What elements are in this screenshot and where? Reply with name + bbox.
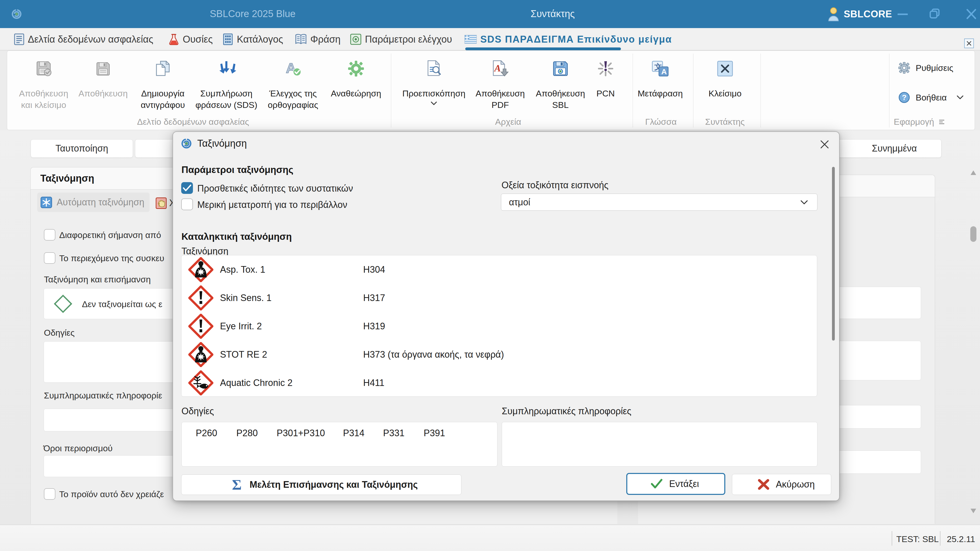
control-params-icon xyxy=(350,34,361,45)
user-avatar-icon xyxy=(828,7,839,21)
dialog-scrollbar-thumb[interactable] xyxy=(832,167,835,341)
final-heading: Καταληκτική ταξινόμηση xyxy=(181,231,292,242)
ribbon-button-save-pdf[interactable]: A Αποθήκευση PDF xyxy=(471,59,530,111)
hazard-row[interactable]: Eye Irrit. 2 H319 xyxy=(181,312,817,340)
checkmark-icon xyxy=(183,184,191,192)
minimize-button[interactable] xyxy=(897,8,908,21)
menu-item-sds[interactable]: Δελτία δεδομένων ασφαλείας xyxy=(14,32,153,47)
settings-gear-icon xyxy=(898,62,910,74)
auto-classify-button[interactable]: Αυτόματη ταξινόμηση xyxy=(37,192,150,212)
restriction-label: Όροι περιορισμού xyxy=(43,443,113,453)
save-pdf-icon: A xyxy=(491,59,509,77)
dialog-close-icon[interactable] xyxy=(820,140,829,149)
p-code[interactable]: P331 xyxy=(383,428,404,438)
close-editor-icon xyxy=(717,59,733,77)
hazard-row[interactable]: Aquatic Chronic 2 H411 xyxy=(181,368,817,397)
supplementary-box[interactable] xyxy=(502,422,818,467)
ribbon-button-close-editor[interactable]: Κλείσιμο xyxy=(696,59,754,99)
ghs-health-hazard-icon xyxy=(188,257,213,282)
p-code[interactable]: P301+P310 xyxy=(277,428,325,438)
not-classified-text: Δεν ταξινομείται ως ε xyxy=(82,299,162,309)
close-window-button[interactable] xyxy=(966,8,977,21)
help-icon: ? xyxy=(898,92,910,103)
menu-item-phrase[interactable]: Φράση xyxy=(295,32,341,47)
checkbox-different-marking-label: Διαφορετική σήμανση από xyxy=(59,230,161,240)
hazard-row[interactable]: Asp. Tox. 1 H304 xyxy=(181,256,817,284)
status-divider xyxy=(892,531,892,546)
p-code[interactable]: P280 xyxy=(236,428,258,438)
ribbon-button-pcn[interactable]: PCN xyxy=(583,59,628,99)
tab-identification[interactable]: Ταυτοποίηση xyxy=(30,139,133,158)
tab-attachments[interactable]: Συνημμένα xyxy=(827,139,942,158)
ribbon-button-save[interactable]: Αποθήκευση xyxy=(74,59,132,99)
checkbox-container-content[interactable] xyxy=(44,252,56,264)
window-title: Συντάκτης xyxy=(531,8,575,19)
ribbon-button-create-copy[interactable]: Δημιουργία αντιγράφου xyxy=(134,59,192,111)
spellcheck-icon: A xyxy=(284,59,302,77)
supplementary-label: Συμπληρωματικές πληροφορίες xyxy=(502,406,632,416)
auto-classify-icon xyxy=(41,197,52,208)
study-button[interactable]: Σ Μελέτη Επισήμανσης και Ταξινόμησης xyxy=(181,475,461,495)
hazard-row[interactable]: Skin Sens. 1 H317 xyxy=(181,284,817,312)
menu-tab-sds-example[interactable]: SDS ΠΑΡΑΔΕΙΓΜΑ Επικίνδυνο μείγμα xyxy=(465,32,672,47)
status-bar xyxy=(0,525,980,551)
checkbox-product-no-need-label: Το προϊόν αυτό δεν χρειάζε xyxy=(59,489,164,499)
phrase-book-icon xyxy=(295,34,307,45)
checkbox-product-no-need[interactable] xyxy=(44,488,56,500)
ribbon-button-preview[interactable]: Προεπισκόπηση xyxy=(401,59,467,105)
acute-toxicity-label: Οξεία τοξικότητα εισπνοής xyxy=(501,180,608,191)
cancel-x-icon xyxy=(758,479,770,490)
scrollbar-up-arrow[interactable] xyxy=(970,169,977,176)
checkbox-container-content-label: Το περιεχόμενο της συσκευ xyxy=(59,253,164,263)
ribbon-separator xyxy=(760,54,761,127)
svg-text:A: A xyxy=(494,63,501,73)
scrollbar-thumb[interactable] xyxy=(970,226,977,242)
menu-item-control-params[interactable]: Παράμετροι ελέγχου xyxy=(350,32,452,47)
tab-close-button[interactable] xyxy=(964,38,974,48)
checkbox-different-marking[interactable] xyxy=(44,229,56,241)
menu-item-catalog[interactable]: Κατάλογος xyxy=(223,32,283,47)
ribbon-button-help[interactable]: ? Βοήθεια xyxy=(898,91,964,104)
application-menu-icon[interactable] xyxy=(939,119,945,124)
ribbon-button-settings[interactable]: Ρυθμίσεις xyxy=(898,61,953,75)
flask-icon xyxy=(169,33,179,45)
ribbon-button-spellcheck[interactable]: A Έλεγχος της ορθογραφίας xyxy=(261,59,325,111)
instructions-label: Οδηγίες xyxy=(181,406,214,416)
p-code[interactable]: P314 xyxy=(343,428,364,438)
user-name[interactable]: SBLCORE xyxy=(844,8,892,21)
save-sbl-icon xyxy=(552,59,569,77)
p-code[interactable]: P260 xyxy=(196,428,217,438)
menu-item-substances[interactable]: Ουσίες xyxy=(169,32,213,47)
ribbon-group-label-application: Εφαρμογή xyxy=(894,117,934,127)
ribbon-button-translate[interactable]: 文 A Μετάφραση xyxy=(631,59,690,99)
status-version: 25.2.11 xyxy=(947,534,975,544)
acute-toxicity-select[interactable]: ατμοί xyxy=(501,194,818,211)
classification-labelling-label: Ταξινόμηση και επισήμανση xyxy=(44,275,151,284)
p-codes-box[interactable]: P260 P280 P301+P310 P314 P331 P391 xyxy=(181,422,497,467)
ribbon-separator xyxy=(693,54,694,127)
ok-button[interactable]: Εντάξει xyxy=(626,473,725,495)
preview-dropdown-chevron xyxy=(431,101,437,105)
translate-icon: 文 A xyxy=(651,59,669,77)
ghs-environment-icon xyxy=(188,370,213,395)
save-icon xyxy=(95,59,111,77)
pcn-icon xyxy=(597,59,614,77)
ribbon-button-save-close[interactable]: Αποθήκευση και κλείσιμο xyxy=(12,59,76,111)
cancel-button[interactable]: Ακύρωση xyxy=(732,474,831,495)
ribbon-button-fill-phrases[interactable]: Συμπλήρωση φράσεων (SDS) xyxy=(194,59,258,111)
checkbox-partial-env[interactable] xyxy=(181,198,193,210)
scrollbar-down-arrow[interactable] xyxy=(970,507,977,514)
checkbox-additive-properties[interactable] xyxy=(181,182,193,194)
green-diamond-icon xyxy=(52,292,75,315)
params-heading: Παράμετροι ταξινόμησης xyxy=(181,165,293,175)
manual-classify-button[interactable]: Χ xyxy=(156,197,172,209)
hazard-row[interactable]: STOT RE 2 H373 (τα όργανα ακοής, τα νεφρ… xyxy=(181,340,817,368)
fill-phrases-icon xyxy=(217,59,236,77)
maximize-button[interactable] xyxy=(929,8,940,21)
ribbon-group-label-files: Αρχεία xyxy=(495,117,521,127)
ribbon-button-review[interactable]: Αναθεώρηση xyxy=(327,59,385,99)
p-code[interactable]: P391 xyxy=(424,428,445,438)
sds-list-icon xyxy=(14,33,24,45)
app-title: SBLCore 2025 Blue xyxy=(210,8,296,19)
ribbon-button-save-sbl[interactable]: Αποθήκευση SBL xyxy=(531,59,590,111)
